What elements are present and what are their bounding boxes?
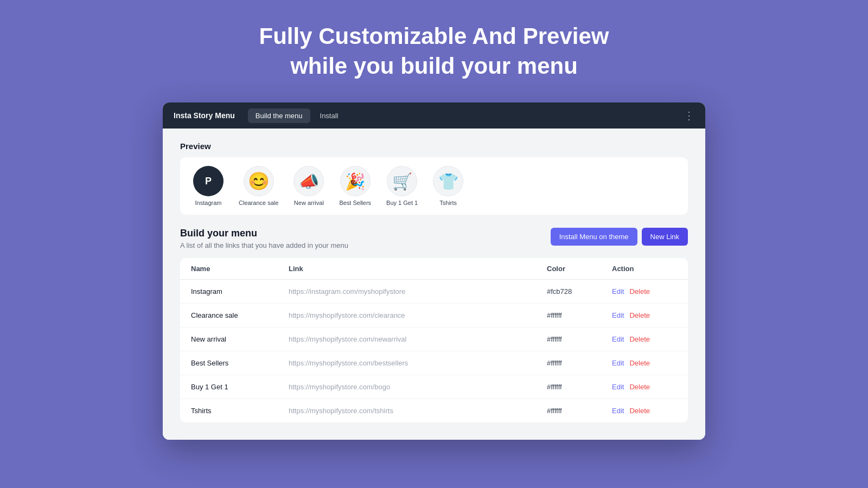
preview-name-newarrival: New arrival: [294, 200, 324, 206]
row-action: Edit Delete: [612, 287, 677, 296]
delete-button[interactable]: Delete: [629, 359, 650, 367]
preview-name-clearance: Clearance sale: [239, 200, 278, 206]
preview-icon-bestsellers: 🎉: [340, 166, 371, 196]
table-header: Name Link Color Action: [180, 258, 688, 280]
nav-bar: Insta Story Menu Build the menu Install …: [163, 102, 705, 129]
table-row: Instagram https://instagram.com/myshopif…: [180, 280, 688, 304]
col-header-color: Color: [547, 265, 612, 273]
preview-item-tshirts[interactable]: 👕 Tshirts: [433, 166, 463, 206]
row-name: Buy 1 Get 1: [191, 383, 289, 391]
row-link: https://myshopifystore.com/newarrival: [289, 335, 547, 343]
build-title: Build your menu: [180, 228, 348, 239]
edit-button[interactable]: Edit: [612, 359, 624, 367]
row-color: #fcb728: [547, 287, 612, 296]
build-actions: Install Menu on theme New Link: [551, 228, 688, 246]
tab-install[interactable]: Install: [312, 108, 346, 123]
delete-button[interactable]: Delete: [629, 311, 650, 319]
row-color: #ffffff: [547, 407, 612, 415]
preview-name-bogo: Buy 1 Get 1: [386, 200, 418, 206]
row-name: Instagram: [191, 287, 289, 296]
nav-brand: Insta Story Menu: [174, 111, 235, 120]
more-menu-icon[interactable]: ⋮: [684, 109, 694, 122]
delete-button[interactable]: Delete: [629, 407, 650, 415]
build-header: Build your menu A list of all the links …: [180, 228, 688, 249]
new-link-button[interactable]: New Link: [642, 228, 688, 246]
row-name: Tshirts: [191, 407, 289, 415]
preview-icon-bogo: 🛒: [387, 166, 417, 196]
preview-item-bestsellers[interactable]: 🎉 Best Sellers: [339, 166, 371, 206]
edit-button[interactable]: Edit: [612, 383, 624, 391]
app-window: Insta Story Menu Build the menu Install …: [163, 102, 705, 440]
main-headline: Fully Customizable And Preview while you…: [259, 22, 609, 81]
table-row: New arrival https://myshopifystore.com/n…: [180, 328, 688, 351]
table-row: Best Sellers https://myshopifystore.com/…: [180, 351, 688, 375]
row-action: Edit Delete: [612, 335, 677, 343]
page-background: Fully Customizable And Preview while you…: [0, 0, 868, 488]
col-header-link: Link: [289, 265, 547, 273]
svg-text:P: P: [205, 176, 212, 187]
table-row: Clearance sale https://myshopifystore.co…: [180, 304, 688, 328]
row-name: Best Sellers: [191, 359, 289, 367]
row-link: https://myshopifystore.com/tshirts: [289, 407, 547, 415]
col-header-action: Action: [612, 265, 677, 273]
nav-tabs: Build the menu Install: [248, 108, 684, 123]
col-header-name: Name: [191, 265, 289, 273]
preview-icon-tshirts: 👕: [433, 166, 463, 196]
build-title-group: Build your menu A list of all the links …: [180, 228, 348, 249]
table-row: Buy 1 Get 1 https://myshopifystore.com/b…: [180, 375, 688, 399]
menu-table: Name Link Color Action Instagram https:/…: [180, 258, 688, 422]
tab-build-menu[interactable]: Build the menu: [248, 108, 310, 123]
row-color: #ffffff: [547, 335, 612, 343]
row-action: Edit Delete: [612, 407, 677, 415]
preview-name-bestsellers: Best Sellers: [339, 200, 371, 206]
build-subtitle: A list of all the links that you have ad…: [180, 241, 348, 249]
edit-button[interactable]: Edit: [612, 311, 624, 319]
row-color: #ffffff: [547, 383, 612, 391]
preview-icon-newarrival: 📣: [293, 166, 324, 196]
edit-button[interactable]: Edit: [612, 287, 624, 296]
edit-button[interactable]: Edit: [612, 335, 624, 343]
row-link: https://instagram.com/myshopifystore: [289, 287, 547, 296]
table-row: Tshirts https://myshopifystore.com/tshir…: [180, 399, 688, 422]
preview-item-bogo[interactable]: 🛒 Buy 1 Get 1: [386, 166, 418, 206]
preview-name-instagram: Instagram: [195, 200, 222, 206]
delete-button[interactable]: Delete: [629, 287, 650, 296]
preview-item-clearance[interactable]: 😊 Clearance sale: [239, 166, 278, 206]
preview-item-instagram[interactable]: P Instagram: [193, 166, 224, 206]
row-color: #ffffff: [547, 359, 612, 367]
row-link: https://myshopifystore.com/clearance: [289, 311, 547, 319]
install-menu-button[interactable]: Install Menu on theme: [551, 228, 637, 246]
row-color: #ffffff: [547, 311, 612, 319]
row-action: Edit Delete: [612, 359, 677, 367]
content-area: Preview P Instagram 😊 Clearance sale: [163, 129, 705, 440]
preview-icon-instagram: P: [193, 166, 224, 196]
preview-item-newarrival[interactable]: 📣 New arrival: [293, 166, 324, 206]
row-action: Edit Delete: [612, 311, 677, 319]
row-action: Edit Delete: [612, 383, 677, 391]
delete-button[interactable]: Delete: [629, 383, 650, 391]
preview-name-tshirts: Tshirts: [439, 200, 457, 206]
row-name: Clearance sale: [191, 311, 289, 319]
preview-icon-clearance: 😊: [244, 166, 274, 196]
row-link: https://myshopifystore.com/bogo: [289, 383, 547, 391]
delete-button[interactable]: Delete: [629, 335, 650, 343]
edit-button[interactable]: Edit: [612, 407, 624, 415]
preview-label: Preview: [180, 142, 688, 151]
row-link: https://myshopifystore.com/bestsellers: [289, 359, 547, 367]
preview-strip: P Instagram 😊 Clearance sale 📣 New arriv…: [180, 157, 688, 215]
row-name: New arrival: [191, 335, 289, 343]
